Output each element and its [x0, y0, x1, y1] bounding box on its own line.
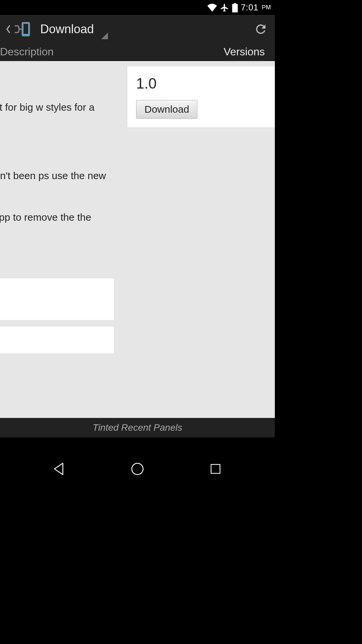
desc-paragraph: nts screen with coloured n a habit for b… [0, 100, 111, 129]
version-card: 1.0 Download [127, 66, 275, 127]
back-chevron-icon [6, 24, 11, 34]
module-name-footer: Tinted Recent Panels [0, 418, 275, 437]
status-time: 7:01 [241, 2, 258, 13]
tab-versions[interactable]: Versions [224, 46, 265, 58]
home-circle-icon [130, 462, 144, 476]
tab-description[interactable]: Description [0, 46, 54, 58]
download-button[interactable]: Download [136, 100, 197, 119]
desc-paragraph: nt by tinting the apps [0, 142, 111, 156]
module-title-fragment: ls [0, 67, 114, 87]
back-triangle-icon [52, 462, 66, 476]
nav-recents-button[interactable] [205, 459, 226, 479]
nav-home-button[interactable] [127, 459, 147, 479]
version-number: 1.0 [136, 75, 273, 92]
svg-rect-3 [211, 465, 220, 474]
content-pager[interactable]: ls nts screen with coloured n a habit fo… [0, 61, 275, 418]
refresh-icon [254, 22, 268, 36]
desc-paragraph: sion, tap an app to force old an app to … [0, 210, 111, 239]
refresh-button[interactable] [253, 21, 269, 37]
desc-paragraph: o once after installation that haven't b… [0, 168, 111, 198]
recents-square-icon [209, 463, 222, 475]
description-pane: ls nts screen with coloured n a habit fo… [0, 61, 114, 418]
card [0, 327, 114, 354]
svg-point-2 [132, 463, 143, 475]
action-bar: Download [0, 15, 275, 43]
spacer [0, 437, 275, 449]
support-link-card[interactable]: com/xposed/lollipop-5 [0, 278, 114, 320]
desc-paragraph: re versions. [0, 252, 111, 266]
wifi-icon [207, 4, 217, 12]
module-description: nts screen with coloured n a habit for b… [0, 100, 114, 266]
navigation-bar [0, 449, 275, 488]
status-bar: 7:01 PM [0, 0, 275, 15]
svg-rect-1 [23, 24, 28, 34]
airplane-icon [220, 3, 229, 12]
battery-icon [232, 3, 238, 12]
action-bar-title[interactable]: Download [40, 22, 94, 36]
status-ampm: PM [262, 4, 271, 11]
nav-back-button[interactable] [49, 459, 69, 479]
tab-bar: Description Versions [0, 43, 275, 61]
xposed-app-icon [12, 21, 31, 37]
up-button[interactable] [6, 21, 31, 37]
dropdown-indicator-icon[interactable] [101, 33, 108, 39]
